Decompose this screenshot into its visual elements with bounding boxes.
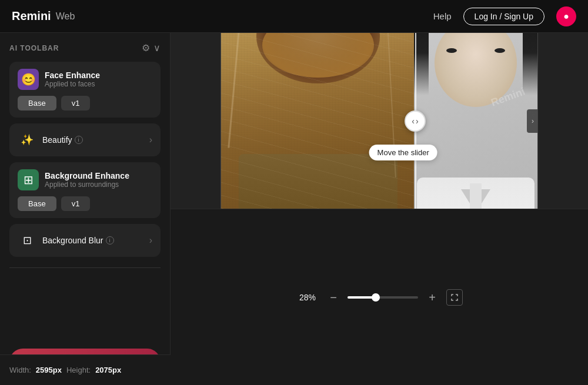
- login-button[interactable]: Log In / Sign Up: [463, 8, 544, 25]
- slider-tooltip: Move the slider: [369, 145, 437, 160]
- width-label: Width:: [9, 366, 31, 374]
- height-label: Height:: [66, 366, 91, 374]
- settings-icon[interactable]: ⚙: [142, 42, 150, 53]
- dimensions-bar: Width: 2595px Height: 2075px: [0, 354, 171, 385]
- slider-handle[interactable]: ‹›: [405, 111, 426, 132]
- bg-enhance-buttons: Base v1: [18, 196, 152, 211]
- face-enhance-info: Face Enhance Applied to faces: [45, 71, 100, 88]
- after-side: [414, 33, 537, 209]
- face-enhance-v1-button[interactable]: v1: [61, 96, 91, 111]
- zoom-controls: 28% − +: [296, 289, 463, 306]
- face-enhance-name: Face Enhance: [45, 71, 100, 80]
- bg-enhance-base-button[interactable]: Base: [18, 196, 56, 211]
- fullscreen-button[interactable]: [446, 289, 463, 306]
- bg-enhance-header: ⊞ Background Enhance Applied to surround…: [18, 169, 152, 190]
- sidebar: AI TOOLBAR ⚙ ∨ 😊 Face Enhance Applied to…: [0, 33, 171, 385]
- bg-blur-row[interactable]: ⊡ Background Blur i ›: [9, 224, 161, 257]
- face-enhance-header: 😊 Face Enhance Applied to faces: [18, 69, 152, 90]
- face-enhance-icon: 😊: [18, 69, 39, 90]
- bg-blur-left: ⊡ Background Blur i: [18, 231, 114, 250]
- height-value: 2075px: [95, 366, 121, 374]
- bg-blur-info-icon[interactable]: i: [106, 236, 114, 245]
- nav-actions: Help Log In / Sign Up ●: [433, 6, 576, 26]
- face-enhance-base-button[interactable]: Base: [18, 96, 56, 111]
- sidebar-divider: [9, 267, 161, 268]
- logo-area: Remini Web: [12, 9, 75, 23]
- help-link[interactable]: Help: [433, 11, 452, 21]
- zoom-slider-track[interactable]: [348, 296, 418, 299]
- width-value: 2595px: [36, 366, 62, 374]
- bg-blur-chevron-icon: ›: [149, 235, 152, 246]
- beautify-row[interactable]: ✨ Beautify i ›: [9, 123, 161, 156]
- bg-blur-icon: ⊡: [18, 231, 36, 250]
- after-photo: [414, 33, 537, 209]
- toolbar-icons: ⚙ ∨: [142, 42, 161, 53]
- bg-enhance-name: Background Enhance: [45, 171, 129, 180]
- avatar-icon: ●: [563, 11, 569, 22]
- bg-blur-name: Background Blur i: [42, 236, 114, 245]
- zoom-slider-thumb[interactable]: [372, 293, 380, 302]
- beautify-icon: ✨: [18, 130, 36, 149]
- beautify-chevron-icon: ›: [149, 135, 152, 145]
- beautify-info-icon[interactable]: i: [75, 136, 83, 144]
- zoom-value: 28%: [296, 293, 319, 302]
- face-enhance-desc: Applied to faces: [45, 80, 100, 88]
- app-type: Web: [56, 11, 75, 22]
- zoom-out-button[interactable]: −: [326, 290, 340, 304]
- chevron-down-icon[interactable]: ∨: [153, 42, 161, 53]
- beautify-left: ✨ Beautify i: [18, 130, 83, 149]
- toolbar-header: AI TOOLBAR ⚙ ∨: [9, 42, 161, 53]
- bg-enhance-desc: Applied to surroundings: [45, 180, 129, 189]
- canvas-bottom-bar: 28% − +: [171, 209, 588, 385]
- bg-enhance-v1-button[interactable]: v1: [61, 196, 91, 211]
- main-content: AI TOOLBAR ⚙ ∨ 😊 Face Enhance Applied to…: [0, 33, 588, 385]
- canvas-area: Before After ‹› Move the slider Remini P…: [171, 33, 588, 385]
- app-name: Remini: [12, 9, 51, 23]
- fullscreen-icon: [451, 294, 458, 301]
- split-image: Before After ‹› Move the slider Remini P…: [220, 33, 538, 209]
- image-container: Before After ‹› Move the slider Remini P…: [171, 33, 588, 209]
- bg-enhance-icon: ⊞: [18, 169, 39, 190]
- face-enhance-buttons: Base v1: [18, 96, 152, 111]
- face-enhance-card: 😊 Face Enhance Applied to faces Base v1: [9, 62, 161, 118]
- top-navigation: Remini Web Help Log In / Sign Up ●: [0, 0, 588, 33]
- beautify-name: Beautify i: [42, 135, 83, 145]
- toolbar-label: AI TOOLBAR: [9, 44, 59, 52]
- slider-arrows-icon: ‹›: [412, 116, 418, 126]
- bg-enhance-card: ⊞ Background Enhance Applied to surround…: [9, 162, 161, 218]
- zoom-in-button[interactable]: +: [425, 290, 439, 304]
- avatar[interactable]: ●: [556, 6, 576, 26]
- bg-enhance-info: Background Enhance Applied to surroundin…: [45, 171, 129, 189]
- expand-panel-icon[interactable]: ›: [527, 109, 538, 133]
- before-side: [221, 33, 415, 209]
- before-photo: [221, 33, 415, 209]
